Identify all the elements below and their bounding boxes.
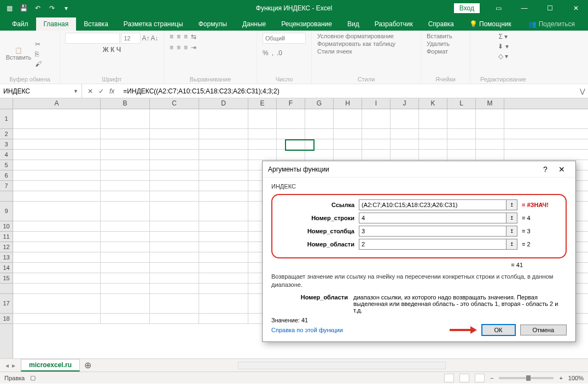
cell[interactable] xyxy=(447,109,476,128)
tab-data[interactable]: Данные xyxy=(235,17,273,31)
cell[interactable] xyxy=(13,139,101,149)
cell[interactable] xyxy=(13,294,101,313)
format-painter-icon[interactable]: 🖌 xyxy=(35,60,42,68)
formula-input[interactable] xyxy=(120,87,577,95)
cell[interactable] xyxy=(150,294,199,313)
cell[interactable] xyxy=(199,170,248,180)
row-header[interactable]: 2 xyxy=(0,129,13,139)
cell[interactable] xyxy=(13,314,101,323)
cell[interactable] xyxy=(277,139,305,149)
font-name-select[interactable] xyxy=(65,33,120,44)
column-header[interactable]: C xyxy=(150,98,199,109)
expand-formula-bar-icon[interactable]: ⋁ xyxy=(577,87,588,95)
format-as-table-button[interactable]: Форматировать как таблицу xyxy=(317,40,395,47)
zoom-in-icon[interactable]: + xyxy=(559,375,562,381)
tab-tell-me[interactable]: 💡 Помощник xyxy=(462,17,519,31)
cell[interactable] xyxy=(13,202,101,221)
cell[interactable] xyxy=(391,129,419,139)
cell[interactable] xyxy=(391,139,419,149)
increase-font-icon[interactable]: A↑ xyxy=(142,34,149,42)
cell[interactable] xyxy=(419,150,447,160)
cell[interactable] xyxy=(150,170,199,180)
cell[interactable] xyxy=(150,150,199,160)
dialog-help-icon[interactable]: ? xyxy=(537,165,554,174)
cell[interactable] xyxy=(476,109,504,128)
cell[interactable] xyxy=(277,109,305,128)
page-break-view-icon[interactable] xyxy=(475,374,485,382)
cell[interactable] xyxy=(101,252,150,262)
column-header[interactable]: A xyxy=(13,98,101,109)
row-header[interactable]: 7 xyxy=(0,181,13,191)
cell[interactable] xyxy=(334,129,362,139)
redo-icon[interactable]: ↷ xyxy=(47,3,57,13)
cell[interactable] xyxy=(199,232,248,241)
copy-icon[interactable]: ⎘ xyxy=(35,50,42,58)
cell[interactable] xyxy=(13,284,101,293)
cell[interactable] xyxy=(101,181,150,191)
cell[interactable] xyxy=(101,160,150,170)
dialog-close-icon[interactable]: ✕ xyxy=(554,165,570,174)
row-header[interactable]: 5 xyxy=(0,160,13,170)
minimize-icon[interactable]: — xyxy=(512,0,537,16)
cell[interactable] xyxy=(13,242,101,252)
cell[interactable] xyxy=(150,221,199,231)
cancel-formula-icon[interactable]: ✕ xyxy=(88,87,93,95)
cell[interactable] xyxy=(101,263,150,273)
column-header[interactable]: M xyxy=(476,98,504,109)
share-button[interactable]: 👥 Поделиться xyxy=(521,17,583,31)
maximize-icon[interactable]: ☐ xyxy=(538,0,562,16)
column-header[interactable]: E xyxy=(248,98,277,109)
cell[interactable] xyxy=(101,139,150,149)
tab-page-layout[interactable]: Разметка страницы xyxy=(116,17,191,31)
cell[interactable] xyxy=(447,150,476,160)
zoom-level[interactable]: 100% xyxy=(568,375,584,381)
cell[interactable] xyxy=(101,242,150,252)
cell[interactable] xyxy=(248,109,277,128)
cell[interactable] xyxy=(391,150,419,160)
cell[interactable] xyxy=(334,139,362,149)
cell[interactable] xyxy=(13,273,101,283)
cell[interactable] xyxy=(150,263,199,273)
cell[interactable] xyxy=(13,170,101,180)
delete-cells-button[interactable]: Удалить xyxy=(427,40,450,47)
row-header[interactable]: 9 xyxy=(0,202,13,221)
row-input[interactable] xyxy=(359,213,507,223)
column-header[interactable]: F xyxy=(277,98,305,109)
row-header[interactable]: 1 xyxy=(0,109,13,129)
cell[interactable] xyxy=(305,150,334,160)
cell[interactable] xyxy=(305,109,334,128)
column-header[interactable]: G xyxy=(305,98,334,109)
row-header[interactable]: 18 xyxy=(0,314,13,324)
row-header[interactable]: 10 xyxy=(0,221,13,232)
tab-review[interactable]: Рецензирование xyxy=(273,17,340,31)
column-header[interactable]: I xyxy=(362,98,391,109)
cut-icon[interactable]: ✂ xyxy=(35,40,42,48)
close-icon[interactable]: ✕ xyxy=(563,0,588,16)
column-header[interactable]: B xyxy=(101,98,150,109)
name-box[interactable]: ИНДЕКС▼ xyxy=(0,84,82,98)
cell[interactable] xyxy=(248,129,277,139)
cell[interactable] xyxy=(199,263,248,273)
cell[interactable] xyxy=(150,129,199,139)
cell[interactable] xyxy=(362,150,391,160)
cell[interactable] xyxy=(362,139,391,149)
cell[interactable] xyxy=(150,202,199,221)
cell[interactable] xyxy=(277,150,305,160)
cell[interactable] xyxy=(13,221,101,231)
cell[interactable] xyxy=(362,129,391,139)
cell[interactable] xyxy=(199,129,248,139)
cell[interactable] xyxy=(334,150,362,160)
qat-dropdown-icon[interactable]: ▾ xyxy=(61,3,71,13)
cell[interactable] xyxy=(101,284,150,293)
cell[interactable] xyxy=(101,191,150,201)
cell[interactable] xyxy=(101,202,150,221)
undo-icon[interactable]: ↶ xyxy=(33,3,43,13)
decrease-font-icon[interactable]: A↓ xyxy=(151,34,159,42)
cell[interactable] xyxy=(150,284,199,293)
cell[interactable] xyxy=(419,129,447,139)
row-header[interactable] xyxy=(0,191,13,202)
cell[interactable] xyxy=(150,314,199,323)
cell[interactable] xyxy=(199,314,248,323)
row-header[interactable]: 3 xyxy=(0,139,13,150)
column-header[interactable]: H xyxy=(334,98,362,109)
